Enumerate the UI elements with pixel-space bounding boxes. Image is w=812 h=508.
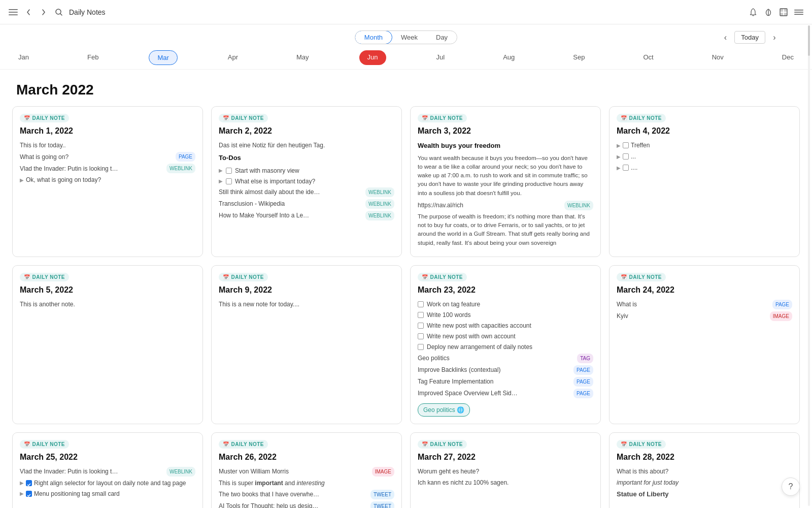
- week-view-btn[interactable]: Week: [392, 31, 427, 44]
- month-apr[interactable]: Apr: [220, 50, 246, 65]
- card-date[interactable]: March 9, 2022: [219, 285, 394, 295]
- checkbox[interactable]: [26, 480, 32, 486]
- card-date[interactable]: March 24, 2022: [617, 285, 792, 295]
- arrow-row: ▶ Ok, what is going on today?: [20, 175, 195, 184]
- tag-weblink: WEBLINK: [365, 199, 394, 209]
- checkbox-row: ▶ What else is important today?: [219, 177, 394, 186]
- month-jan[interactable]: Jan: [10, 50, 37, 65]
- card-content: Worum geht es heute? Ich kann es nicht z…: [418, 467, 593, 487]
- cards-row-2: 📅 DAILY NOTE March 5, 2022 This is anoth…: [12, 265, 800, 424]
- scrollbar[interactable]: [808, 25, 810, 506]
- tag-weblink: WEBLINK: [166, 164, 195, 173]
- checkbox[interactable]: [418, 344, 424, 350]
- card-badge: 📅 DAILY NOTE: [418, 114, 467, 122]
- month-jul[interactable]: Jul: [428, 50, 453, 65]
- svg-rect-5: [780, 9, 783, 12]
- card-march-2: 📅 DAILY NOTE March 2, 2022 Das ist eine …: [211, 106, 402, 257]
- checkbox-row: ▶ Start with masonry view: [219, 166, 394, 175]
- card-item: Muster von William Morris IMAGE: [219, 467, 394, 477]
- card-date[interactable]: March 28, 2022: [617, 453, 792, 462]
- theme-icon[interactable]: [763, 7, 773, 17]
- month-oct[interactable]: Oct: [635, 50, 661, 65]
- prev-nav-arrow[interactable]: ‹: [718, 30, 732, 45]
- hamburger-icon[interactable]: [794, 7, 804, 17]
- next-nav-arrow[interactable]: ›: [767, 30, 782, 45]
- card-item: Geo politics TAG: [418, 354, 593, 363]
- month-nov[interactable]: Nov: [704, 50, 732, 65]
- tag-tweet: TWEET: [370, 501, 394, 508]
- tag-weblink: WEBLINK: [365, 211, 394, 220]
- checkbox[interactable]: [226, 178, 232, 184]
- card-content: This is another note.: [20, 300, 195, 309]
- checkbox[interactable]: [418, 333, 424, 339]
- back-icon[interactable]: [23, 7, 33, 17]
- card-content: Wealth buys your freedom You want wealth…: [418, 141, 593, 247]
- card-content: What is this about? important for just t…: [617, 467, 792, 499]
- card-march-27: 📅 DAILY NOTE March 27, 2022 Worum geht e…: [410, 432, 601, 508]
- card-content: This is for today.. What is going on? PA…: [20, 141, 195, 184]
- card-march-23: 📅 DAILY NOTE March 23, 2022 Work on tag …: [410, 265, 601, 424]
- forward-icon[interactable]: [39, 7, 49, 17]
- card-date[interactable]: March 4, 2022: [617, 126, 792, 136]
- tag-weblink: WEBLINK: [365, 187, 394, 197]
- tag-tag: TAG: [577, 354, 593, 363]
- card-badge: 📅 DAILY NOTE: [20, 440, 69, 449]
- card-date[interactable]: March 1, 2022: [20, 126, 195, 136]
- day-view-btn[interactable]: Day: [427, 31, 457, 44]
- checkbox[interactable]: [623, 142, 629, 148]
- card-badge: 📅 DAILY NOTE: [20, 273, 69, 281]
- tag-weblink: WEBLINK: [166, 467, 195, 477]
- card-march-25: 📅 DAILY NOTE March 25, 2022 Vlad the Inv…: [12, 432, 203, 508]
- geo-tag-pill[interactable]: Geo politics 🌐: [418, 403, 470, 417]
- checkbox[interactable]: [418, 323, 424, 329]
- card-item: The two books that I have overwhelmingly…: [219, 490, 394, 499]
- checkbox[interactable]: [623, 165, 629, 171]
- breadcrumb-title: Daily Notes: [69, 8, 106, 16]
- checkbox[interactable]: [418, 312, 424, 318]
- card-date[interactable]: March 25, 2022: [20, 453, 195, 462]
- month-jun[interactable]: Jun: [359, 50, 386, 65]
- card-date[interactable]: March 23, 2022: [418, 285, 593, 295]
- month-dec[interactable]: Dec: [774, 50, 802, 65]
- card-date[interactable]: March 5, 2022: [20, 285, 195, 295]
- checkbox[interactable]: [226, 168, 232, 174]
- month-aug[interactable]: Aug: [495, 50, 523, 65]
- search-icon[interactable]: [54, 7, 64, 17]
- bullet-row: ▶ Right align selector for layout on dai…: [20, 479, 195, 488]
- card-march-5: 📅 DAILY NOTE March 5, 2022 This is anoth…: [12, 265, 203, 424]
- help-button[interactable]: ?: [782, 478, 800, 496]
- checkbox-row: Write new post with capacities account: [418, 321, 593, 330]
- svg-rect-2: [9, 14, 18, 15]
- menu-icon[interactable]: [8, 7, 18, 17]
- layout-icon[interactable]: [779, 7, 789, 17]
- tag-page: PAGE: [573, 377, 593, 387]
- card-date[interactable]: March 26, 2022: [219, 453, 394, 462]
- checkbox[interactable]: [418, 301, 424, 307]
- today-button[interactable]: Today: [734, 31, 765, 44]
- checkbox[interactable]: [623, 153, 629, 160]
- scrollbar-thumb[interactable]: [808, 25, 810, 56]
- month-view-btn[interactable]: Month: [355, 30, 392, 44]
- card-badge: 📅 DAILY NOTE: [617, 440, 666, 449]
- month-mar[interactable]: Mar: [149, 50, 177, 65]
- card-badge: 📅 DAILY NOTE: [219, 440, 268, 449]
- card-content: ▶ Treffen ▶ ... ▶ ....: [617, 141, 792, 172]
- card-item: Tag Feature Implementation PAGE: [418, 377, 593, 387]
- month-feb[interactable]: Feb: [79, 50, 107, 65]
- month-may[interactable]: May: [288, 50, 317, 65]
- card-item: Improve Backlinks (contextual) PAGE: [418, 365, 593, 375]
- card-item: Kyiv IMAGE: [617, 311, 792, 321]
- card-badge: 📅 DAILY NOTE: [219, 273, 268, 281]
- badge-icon: 📅: [24, 115, 30, 121]
- card-item: Still think almost daily about the idea …: [219, 187, 394, 197]
- card-item: What is PAGE: [617, 300, 792, 309]
- month-sep[interactable]: Sep: [565, 50, 593, 65]
- card-badge: 📅 DAILY NOTE: [418, 273, 467, 281]
- card-march-24: 📅 DAILY NOTE March 24, 2022 What is PAGE…: [609, 265, 800, 424]
- tag-image: IMAGE: [372, 467, 394, 477]
- card-date[interactable]: March 27, 2022: [418, 453, 593, 462]
- checkbox[interactable]: [26, 491, 32, 497]
- notification-icon[interactable]: [748, 7, 758, 17]
- card-date[interactable]: March 3, 2022: [418, 126, 593, 136]
- card-date[interactable]: March 2, 2022: [219, 126, 394, 136]
